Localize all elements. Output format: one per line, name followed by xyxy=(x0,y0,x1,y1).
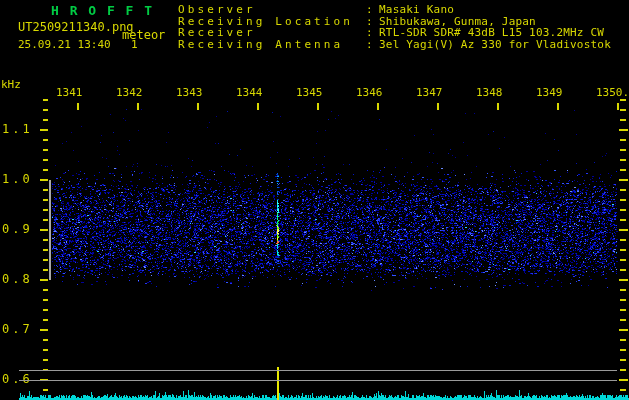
freq-minor-tick-right xyxy=(620,139,626,141)
freq-minor-tick-right xyxy=(620,219,626,221)
station-row-label: Observer xyxy=(178,4,366,16)
freq-tick-label: 0.9 xyxy=(2,222,33,236)
time-tick-label: 1349 xyxy=(536,86,563,99)
station-row-separator: : xyxy=(366,27,374,39)
freq-major-tick-right xyxy=(619,129,628,131)
freq-minor-tick-left xyxy=(43,139,48,141)
station-row-separator: : xyxy=(366,39,374,51)
freq-minor-tick-right xyxy=(620,99,626,101)
freq-major-tick-right xyxy=(619,379,628,381)
time-tick xyxy=(317,103,319,110)
freq-major-tick-left xyxy=(40,129,48,131)
time-tick xyxy=(137,103,139,110)
spectrogram-canvas xyxy=(0,0,629,400)
freq-major-tick-right xyxy=(619,279,628,281)
time-tick xyxy=(197,103,199,110)
station-row-value: RTL-SDR SDR# 43dB L15 103.2MHz CW xyxy=(379,27,604,39)
freq-minor-tick-right xyxy=(620,239,626,241)
freq-minor-tick-left xyxy=(43,199,48,201)
freq-minor-tick-right xyxy=(620,269,626,271)
station-row-separator: : xyxy=(366,4,374,16)
time-tick xyxy=(77,103,79,110)
time-tick-label: 1346 xyxy=(356,86,383,99)
freq-minor-tick-right xyxy=(620,349,626,351)
freq-minor-tick-left xyxy=(43,119,48,121)
station-row: Observer:Masaki Kano xyxy=(178,4,611,16)
freq-major-tick-right xyxy=(619,179,628,181)
freq-tick-label: 0.7 xyxy=(2,322,33,336)
mode-label: meteor xyxy=(122,28,165,42)
freq-minor-tick-left xyxy=(43,249,48,251)
level-grid-line-lower xyxy=(19,380,617,381)
freq-major-tick-left xyxy=(40,179,48,181)
time-tick xyxy=(557,103,559,110)
freq-minor-tick-left xyxy=(43,259,48,261)
time-tick-label: 1343 xyxy=(176,86,203,99)
station-info: Observer:Masaki KanoReceiving Location:S… xyxy=(178,4,611,50)
freq-major-tick-left xyxy=(40,279,48,281)
output-filename: UT2509211340.png xyxy=(18,20,134,34)
freq-major-tick-left xyxy=(40,229,48,231)
freq-tick-label: 0.6 xyxy=(2,372,33,386)
count-band-marker-line xyxy=(49,180,51,280)
freq-major-tick-right xyxy=(619,229,628,231)
freq-major-tick-left xyxy=(40,329,48,331)
freq-axis-unit-label: kHz xyxy=(1,78,21,91)
station-row-label: Receiver xyxy=(178,27,366,39)
freq-minor-tick-right xyxy=(620,199,626,201)
freq-minor-tick-left xyxy=(43,339,48,341)
freq-minor-tick-right xyxy=(620,309,626,311)
time-tick-label: 1348 xyxy=(476,86,503,99)
hrofft-output: H R O F F T UT2509211340.png meteor 25.0… xyxy=(0,0,629,400)
freq-minor-tick-left xyxy=(43,169,48,171)
echo-count: 1 xyxy=(131,38,138,51)
time-tick-label: 1347 xyxy=(416,86,443,99)
freq-minor-tick-right xyxy=(620,109,626,111)
time-tick-label: 1341 xyxy=(56,86,83,99)
freq-minor-tick-right xyxy=(620,209,626,211)
freq-minor-tick-right xyxy=(620,359,626,361)
time-tick xyxy=(437,103,439,110)
freq-minor-tick-left xyxy=(43,349,48,351)
freq-minor-tick-left xyxy=(43,299,48,301)
freq-minor-tick-right xyxy=(620,389,626,391)
freq-minor-tick-left xyxy=(43,159,48,161)
station-row-value: Masaki Kano xyxy=(379,4,454,16)
time-tick xyxy=(497,103,499,110)
freq-minor-tick-left xyxy=(43,289,48,291)
freq-minor-tick-right xyxy=(620,289,626,291)
station-row: Receiver:RTL-SDR SDR# 43dB L15 103.2MHz … xyxy=(178,27,611,39)
time-tick xyxy=(377,103,379,110)
station-row-value: 3el Yagi(V) Az 330 for Vladivostok xyxy=(379,39,611,51)
freq-minor-tick-right xyxy=(620,319,626,321)
freq-minor-tick-left xyxy=(43,359,48,361)
freq-minor-tick-right xyxy=(620,369,626,371)
freq-minor-tick-left xyxy=(43,389,48,391)
freq-minor-tick-right xyxy=(620,259,626,261)
time-tick-label: 1342 xyxy=(116,86,143,99)
freq-minor-tick-left xyxy=(43,319,48,321)
observation-datetime: 25.09.21 13:40 xyxy=(18,38,111,51)
freq-minor-tick-right xyxy=(620,119,626,121)
freq-tick-label: 1.1 xyxy=(2,122,33,136)
freq-major-tick-right xyxy=(619,329,628,331)
time-tick xyxy=(617,103,619,110)
freq-minor-tick-left xyxy=(43,239,48,241)
level-grid-line-upper xyxy=(19,370,617,371)
time-tick-label: 1344 xyxy=(236,86,263,99)
freq-minor-tick-right xyxy=(620,339,626,341)
freq-minor-tick-right xyxy=(620,149,626,151)
freq-minor-tick-left xyxy=(43,269,48,271)
time-tick-label: 1350. xyxy=(596,86,629,99)
freq-tick-label: 0.8 xyxy=(2,272,33,286)
freq-minor-tick-left xyxy=(43,99,48,101)
freq-minor-tick-left xyxy=(43,109,48,111)
freq-minor-tick-left xyxy=(43,309,48,311)
freq-minor-tick-left xyxy=(43,149,48,151)
freq-minor-tick-right xyxy=(620,189,626,191)
freq-tick-label: 1.0 xyxy=(2,172,33,186)
time-tick-label: 1345 xyxy=(296,86,323,99)
freq-minor-tick-right xyxy=(620,159,626,161)
freq-minor-tick-left xyxy=(43,219,48,221)
app-title: H R O F F T xyxy=(51,3,154,18)
